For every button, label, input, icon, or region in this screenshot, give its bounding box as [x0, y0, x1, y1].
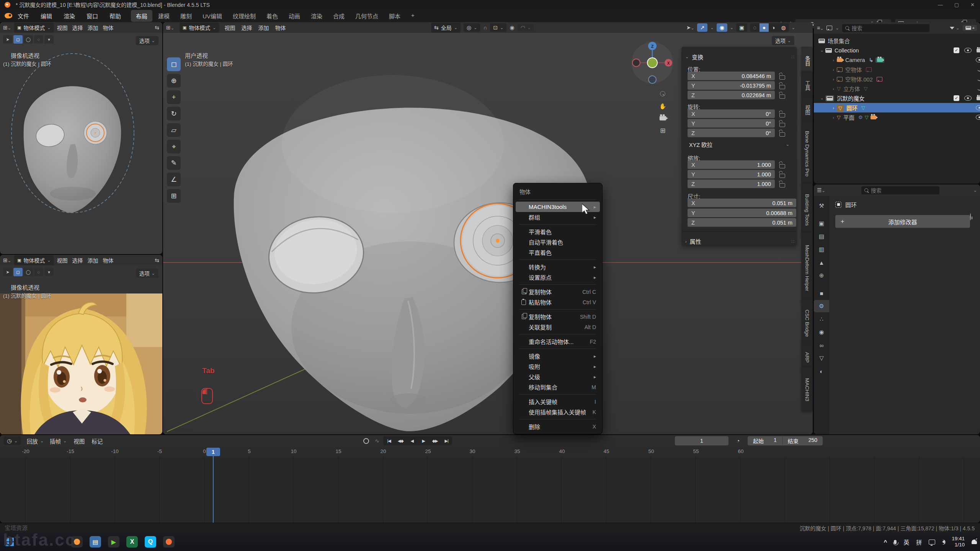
jump-to-end-button[interactable]: ▶| [441, 436, 452, 445]
tab-view-layer[interactable]: ▥ [814, 243, 829, 256]
use-preview-range-toggle[interactable]: ◔ [732, 436, 744, 445]
context-item-duplicate[interactable]: 复制物体Shift D [516, 311, 600, 322]
lock-icon[interactable] [779, 75, 785, 80]
display-mode-icon[interactable] [826, 26, 832, 30]
disclosure-icon[interactable]: › [831, 67, 836, 72]
options-dropdown[interactable]: 选项 ⌄ [136, 269, 158, 278]
filter-dropdown[interactable]: ⌄ [950, 26, 959, 31]
hide-eye-icon[interactable] [964, 48, 972, 53]
outliner-search-input[interactable]: 搜索 [842, 24, 929, 32]
tool-rotate[interactable]: ↻ [167, 107, 181, 121]
npanel-tab-view[interactable]: 视图 [801, 96, 813, 124]
tool-transform[interactable]: ⌖ [167, 140, 181, 153]
menu-view[interactable]: 视图 [225, 24, 235, 31]
disclosure-icon[interactable]: › [831, 58, 836, 62]
tab-physics[interactable]: ◉ [814, 326, 829, 338]
transform-panel-title[interactable]: 变换 [692, 53, 703, 61]
dimensions-z-field[interactable]: Z0.051 m [688, 218, 796, 227]
disclosure-icon[interactable]: ⌄ [819, 48, 825, 53]
mode-selector[interactable]: ▣ 物体模式 ⌄ [180, 23, 219, 33]
snap-target-dropdown[interactable]: ⊡⌄ [490, 23, 506, 32]
outliner-row-silent-witch-collection[interactable]: ⌄ 沉默的魔女 ✓ [814, 93, 980, 103]
editor-type-icon[interactable]: ⊞⌄ [166, 24, 174, 31]
camera-view-button[interactable] [660, 116, 666, 121]
tool-select-more-button[interactable]: ▾ [44, 35, 54, 44]
location-z-field[interactable]: Z0.022694 m [688, 91, 775, 99]
menu-view[interactable]: 视图 [57, 256, 68, 264]
tool-select-box-button[interactable]: ◻ [13, 35, 23, 44]
clock-datetime[interactable]: 19:41 1/10 [952, 536, 965, 548]
navigation-gizmo[interactable]: Z X [629, 37, 676, 85]
jump-to-start-button[interactable]: |◀ [383, 436, 395, 445]
falloff-dropdown[interactable]: ◠⌄ [518, 23, 534, 32]
xray-toggle[interactable]: ▣ [736, 23, 747, 32]
timeline-ruler[interactable]: -20 -15 -10 -5 0 5 10 15 20 25 30 35 40 … [0, 447, 980, 458]
shading-rendered-button[interactable]: ◍ [778, 23, 789, 32]
context-item-snap[interactable]: 吸附▸ [516, 361, 600, 372]
context-item-convert-to[interactable]: 转换为▸ [516, 262, 600, 272]
tab-constraints[interactable]: ∞ [814, 339, 829, 351]
tool-select-box-button[interactable]: ◻ [13, 268, 23, 276]
menu-marker[interactable]: 标记 [91, 437, 103, 445]
context-item-insert-keyframe[interactable]: 插入关键帧I [516, 396, 600, 407]
zoom-control[interactable] [660, 91, 665, 96]
menu-add[interactable]: 添加 [88, 256, 98, 264]
npanel-tab-meshdeform-helper[interactable]: MeshDeform Helper [801, 233, 813, 303]
next-keyframe-button[interactable]: ◆▶ [429, 436, 441, 445]
orientation-dropdown[interactable]: ⇆ 全局 ⌄ [431, 23, 461, 33]
display-icon[interactable] [929, 540, 935, 544]
context-item-duplicate-linked[interactable]: 关联复制Alt D [516, 322, 600, 332]
menu-window[interactable]: 窗口 [87, 12, 98, 20]
tab-tool[interactable]: ⚒ [814, 200, 829, 212]
lock-icon[interactable] [779, 123, 785, 127]
disclosure-icon[interactable]: › [831, 106, 836, 110]
tool-annotate[interactable]: ✎ [167, 156, 181, 170]
tool-measure[interactable]: ∠ [167, 173, 181, 186]
npanel-tab-building-tools[interactable]: Building Tools [801, 184, 813, 236]
tab-shading[interactable]: 着色 [261, 10, 283, 22]
menu-keying[interactable]: 插帧⌄ [50, 437, 67, 445]
menu-object[interactable]: 物体 [103, 24, 114, 31]
timeline-playhead[interactable]: 1 [206, 448, 220, 456]
outliner-row-scene-collection[interactable]: 场景集合 [814, 36, 980, 46]
lock-icon[interactable] [779, 183, 785, 187]
tab-scene[interactable]: ▲ [814, 256, 829, 269]
render-visibility-icon[interactable] [977, 49, 980, 52]
frame-range-fields[interactable]: 起始 1 结束 250 [748, 436, 823, 445]
disclosure-icon[interactable]: ⌄ [819, 96, 825, 101]
tab-layout[interactable]: 布局 [131, 10, 152, 22]
npanel-tab-machin3[interactable]: MACHIN3 [801, 367, 813, 412]
lock-icon[interactable] [779, 85, 785, 89]
menu-playback[interactable]: 回放⌄ [27, 437, 44, 445]
tab-world[interactable]: ⊕ [814, 269, 829, 282]
menu-edit[interactable]: 编辑 [41, 12, 52, 20]
taskbar-app-files[interactable]: ▤ [90, 536, 101, 548]
lock-icon[interactable] [779, 132, 785, 137]
scale-x-field[interactable]: X1.000 [688, 160, 775, 169]
timeline-dopesheet-area[interactable] [0, 457, 980, 523]
context-item-shade-auto-smooth[interactable]: 自动平滑着色 [516, 237, 600, 247]
lock-icon[interactable] [779, 164, 785, 168]
dimensions-x-field[interactable]: X0.051 m [688, 199, 796, 207]
menu-view[interactable]: 视图 [57, 24, 68, 31]
tool-select-box[interactable]: ◻ [167, 57, 181, 71]
overlays-dropdown[interactable]: ⌄ [730, 25, 733, 30]
context-item-copy-objects[interactable]: ↘复制物体Ctrl C [516, 287, 600, 297]
pan-control[interactable]: ✋ [659, 103, 666, 110]
menu-file[interactable]: 文件 [18, 12, 29, 20]
tool-cursor[interactable]: ⊕ [167, 74, 181, 88]
tool-scale[interactable]: ▱ [167, 123, 181, 137]
prev-keyframe-button[interactable]: ◀◆ [395, 436, 406, 445]
tool-select-more-button[interactable]: ▾ [44, 268, 54, 276]
orientation-icon[interactable]: ⇆ [155, 24, 159, 31]
hidden-eye-icon[interactable] [977, 68, 980, 72]
editor-type-icon[interactable]: ⊞⌄ [3, 24, 11, 31]
proportional-edit-toggle[interactable]: ◉ [510, 24, 514, 31]
new-collection-button[interactable]: + [963, 25, 977, 31]
collapse-icon[interactable]: ⌄ [685, 54, 689, 59]
editor-type-icon[interactable]: ⊞⌄ [3, 257, 11, 263]
context-item-paste-objects[interactable]: 粘贴物体Ctrl V [516, 297, 600, 307]
drag-dots-icon[interactable]: ∷ [791, 239, 795, 244]
properties-search-input[interactable]: 搜索 [861, 186, 939, 194]
options-dropdown[interactable]: 选项 ⌄ [136, 36, 158, 45]
